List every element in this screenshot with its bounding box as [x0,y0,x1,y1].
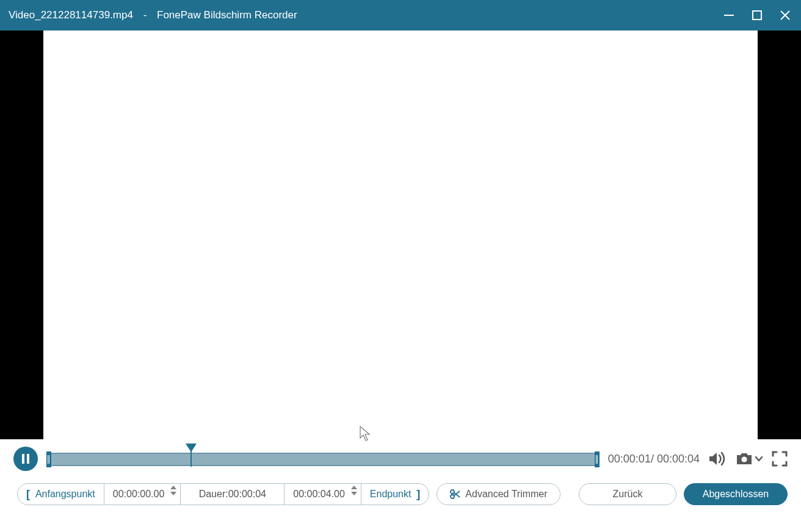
volume-icon [708,451,727,467]
back-label: Zurück [613,489,643,500]
trim-controls: [ Anfangspunkt 00:00:00.00 Dauer:00:00:0… [0,475,801,517]
playhead[interactable] [186,444,197,452]
minimize-icon [723,9,735,21]
volume-button[interactable] [708,451,727,467]
end-point-button[interactable]: Endpunkt ] [361,484,429,505]
total-time: 00:00:04 [657,453,700,465]
maximize-button[interactable] [750,8,764,23]
end-time-down[interactable] [351,492,357,495]
timeline-track[interactable] [46,453,600,466]
camera-icon [735,451,753,466]
duration-label: Dauer: [199,489,228,500]
done-button[interactable]: Abgeschlossen [684,483,788,505]
svg-rect-5 [27,454,29,464]
duration-field: Dauer:00:00:04 [181,484,285,505]
time-sep: / [651,453,657,465]
pause-button[interactable] [13,447,38,471]
scissors-icon [449,489,460,500]
fullscreen-icon [772,451,788,467]
done-label: Abgeschlossen [703,489,769,500]
start-time-down[interactable] [170,492,176,495]
trim-segment-group: [ Anfangspunkt 00:00:00.00 Dauer:00:00:0… [17,483,429,505]
start-time-field[interactable]: 00:00:00.00 [104,484,181,505]
titlebar: Video_221228114739.mp4 - FonePaw Bildsch… [0,0,801,31]
end-time-up[interactable] [351,486,357,489]
playback-bar: 00:00:01/ 00:00:04 [0,439,801,475]
fullscreen-button[interactable] [772,451,788,467]
advanced-trimmer-button[interactable]: Advanced Trimmer [437,483,560,505]
start-point-button[interactable]: [ Anfangspunkt [18,484,104,505]
close-button[interactable] [778,8,792,23]
snapshot-button[interactable] [735,451,763,466]
end-time-field[interactable]: 00:00:04.00 [285,484,361,505]
start-time-value: 00:00:00.00 [113,489,165,500]
video-canvas[interactable] [43,31,758,439]
bracket-close-icon: ] [416,488,420,501]
time-display: 00:00:01/ 00:00:04 [608,453,700,466]
duration-value: 00:00:04 [228,489,266,500]
minimize-button[interactable] [722,8,736,23]
current-time: 00:00:01 [608,453,651,465]
title-appname: FonePaw Bildschirm Recorder [157,9,297,21]
start-time-up[interactable] [170,486,176,489]
timeline[interactable] [46,448,600,470]
end-time-value: 00:00:04.00 [293,489,345,500]
cursor-icon [360,426,372,442]
maximize-icon [752,10,763,21]
start-label: Anfangspunkt [35,489,95,500]
title-separator: - [143,9,147,21]
video-viewport [0,31,801,439]
end-label: Endpunkt [370,489,411,500]
svg-point-6 [742,457,747,462]
trim-handle-start[interactable] [46,451,51,467]
title-filename: Video_221228114739.mp4 [9,9,133,21]
chevron-down-icon [755,455,763,463]
advanced-trimmer-label: Advanced Trimmer [465,489,547,500]
pause-icon [21,453,31,464]
trim-handle-end[interactable] [595,451,600,467]
close-icon [779,9,791,21]
bracket-open-icon: [ [26,488,30,501]
svg-rect-4 [22,454,24,464]
svg-rect-1 [753,11,761,20]
back-button[interactable]: Zurück [579,483,676,505]
